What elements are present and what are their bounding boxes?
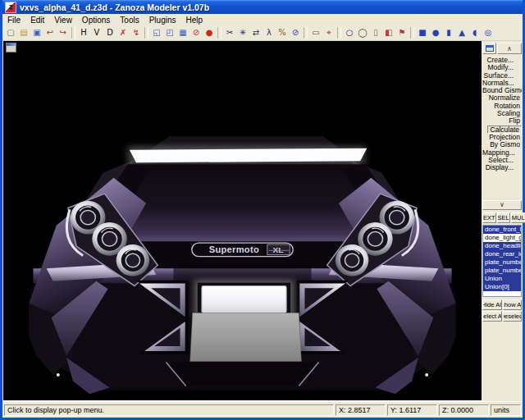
import-file-icon[interactable]: ↩: [43, 27, 57, 39]
view-horizontal-button[interactable]: H: [77, 27, 90, 39]
panel-item-create[interactable]: Create...: [482, 57, 522, 64]
status-message: Click to display pop-up menu.: [4, 404, 334, 416]
gismo-target-icon[interactable]: ⌖: [322, 27, 336, 39]
lightning-tool-icon[interactable]: ↯: [130, 27, 143, 39]
swap-views-icon[interactable]: ⇄: [249, 27, 262, 39]
panel-item-surface[interactable]: Surface...: [482, 72, 522, 80]
car-render: Supermoto XL: [3, 41, 482, 400]
status-z-coordinate: Z: 0.0000: [439, 404, 489, 416]
toolbar-separator: [217, 27, 221, 39]
ext-button[interactable]: EXT: [482, 212, 496, 223]
menu-options[interactable]: Options: [77, 14, 115, 25]
viewport-3d[interactable]: Supermoto XL: [2, 41, 482, 401]
object-list-item[interactable]: plate_number[0]: [483, 267, 521, 275]
object-list-item[interactable]: Union[0]: [483, 283, 521, 291]
sel-button[interactable]: SEL: [497, 212, 510, 223]
material-sphere-icon[interactable]: ●: [203, 27, 216, 39]
primitive-cone-icon[interactable]: ▲: [455, 27, 468, 39]
status-bar: Click to display pop-up menu. X: 2.8517 …: [2, 401, 523, 418]
delete-view-icon[interactable]: ✗: [116, 27, 130, 39]
collapse-down-button[interactable]: ∨: [482, 200, 522, 210]
panel-item-calculate[interactable]: Calculate: [487, 126, 522, 135]
plate-light: [198, 283, 290, 317]
list-action-buttons: Hide AllShow AllSelect AllDeselect: [482, 299, 522, 322]
disable-icon[interactable]: ⊘: [289, 27, 302, 39]
show-all-button[interactable]: Show All: [503, 299, 523, 310]
export-file-icon[interactable]: ↪: [57, 27, 70, 39]
panel-spacer: [482, 172, 522, 200]
render-toggle-icon[interactable]: ⊘: [189, 27, 203, 39]
new-file-icon[interactable]: ▢: [4, 27, 17, 39]
viewport-layout-split-icon[interactable]: ◰: [163, 27, 176, 39]
skeleton-icon[interactable]: λ: [262, 27, 276, 39]
marquee-select-icon[interactable]: ▭: [309, 27, 322, 39]
panel-item-flip[interactable]: Flip: [482, 117, 522, 125]
viewport-layout-single-icon[interactable]: ◱: [150, 27, 163, 39]
primitive-sphere-icon[interactable]: ●: [429, 27, 442, 39]
panel-item-bound-gismo[interactable]: Bound Gismo: [482, 87, 522, 94]
menu-tools[interactable]: Tools: [115, 14, 144, 25]
view-3d-button[interactable]: D: [103, 27, 116, 39]
title-bar: Z vxvs_alpha_41_d.z3d - Zanoza Modeler v…: [2, 0, 523, 14]
viewport-layout-quad-icon[interactable]: ▦: [176, 27, 189, 39]
collapse-up-button[interactable]: ∧: [497, 43, 522, 54]
hide-all-button[interactable]: Hide All: [482, 299, 502, 310]
open-file-icon[interactable]: ▤: [17, 27, 30, 39]
object-list-item[interactable]: done_headlight_glass: [483, 242, 521, 250]
panel-item-scaling[interactable]: Scaling: [482, 110, 522, 117]
toolbar-separator: [71, 27, 75, 39]
object-list-item[interactable]: done_light_glass: [483, 234, 521, 242]
status-x-coordinate: X: 2.8517: [336, 404, 386, 416]
badge-text: Supermoto: [209, 244, 259, 254]
select-all-button[interactable]: Select All: [482, 311, 502, 322]
license-plate-blank: [190, 313, 302, 361]
save-file-icon[interactable]: ▣: [30, 27, 43, 39]
mul-button[interactable]: MUL: [511, 212, 525, 223]
commands-menu: Create...Modify...Surface...Normals...Bo…: [482, 57, 522, 172]
status-y-coordinate: Y: 1.6117: [387, 404, 437, 416]
menu-edit[interactable]: Edit: [25, 14, 49, 25]
object-list-item[interactable]: Union: [483, 275, 521, 283]
menu-help[interactable]: Help: [181, 14, 208, 25]
panel-window-icon: [486, 45, 494, 52]
uv-percent-icon[interactable]: %: [276, 27, 289, 39]
object-list-item[interactable]: plate_number: [483, 258, 521, 267]
scissors-icon[interactable]: ✂: [223, 27, 236, 39]
zoom-icon[interactable]: ○: [343, 27, 356, 39]
asterisk-tool-icon[interactable]: ✳: [236, 27, 249, 39]
selection-mode-buttons: EXTSELMUL: [482, 212, 522, 223]
car-light-strip: [130, 148, 367, 162]
primitive-torus-icon[interactable]: ◎: [482, 27, 495, 39]
snapshot-icon[interactable]: ◧: [382, 27, 395, 39]
panel-item-modify[interactable]: Modify...: [482, 64, 522, 71]
app-icon: Z: [5, 2, 16, 13]
status-units: units: [491, 404, 521, 416]
right-panel: ∧ Create...Modify...Surface...Normals...…: [482, 41, 523, 401]
menu-view[interactable]: View: [49, 14, 77, 25]
panel-item-projection[interactable]: Projection: [482, 134, 522, 141]
panel-item-select[interactable]: Select...: [482, 157, 522, 164]
menu-plugins[interactable]: Plugins: [144, 14, 181, 25]
page-preview-icon[interactable]: ▯: [369, 27, 382, 39]
menu-file[interactable]: File: [2, 14, 25, 25]
toolbar-separator: [304, 27, 308, 39]
orbit-view-icon[interactable]: ◯: [356, 27, 369, 39]
viewport-popup-icon[interactable]: [6, 43, 16, 52]
objects-list[interactable]: done_front_logodone_light_glassdone_head…: [482, 225, 522, 297]
app-window: Z vxvs_alpha_41_d.z3d - Zanoza Modeler v…: [0, 0, 525, 420]
panel-item-by-gismo[interactable]: By Gismo: [482, 141, 522, 148]
primitive-hemisphere-icon[interactable]: ◖: [468, 27, 482, 39]
object-list-item[interactable]: done_rear_logo: [483, 250, 521, 258]
panel-item-display[interactable]: Display...: [482, 164, 522, 171]
panel-item-normals[interactable]: Normals...: [482, 80, 522, 87]
view-vertical-button[interactable]: V: [90, 27, 103, 39]
camera-flag-icon[interactable]: ⚑: [395, 27, 409, 39]
object-list-item[interactable]: done_front_logo: [483, 226, 521, 234]
panel-item-normalize[interactable]: Normalize: [482, 94, 522, 102]
primitive-cylinder-icon[interactable]: ▮: [442, 27, 455, 39]
panel-item-rotation[interactable]: Rotation: [482, 103, 522, 110]
primitive-box-icon[interactable]: ■: [416, 27, 429, 39]
panel-window-button[interactable]: [482, 43, 496, 54]
deselect-button[interactable]: Deselect: [503, 311, 523, 322]
panel-item-mapping[interactable]: Mapping...: [482, 149, 522, 157]
